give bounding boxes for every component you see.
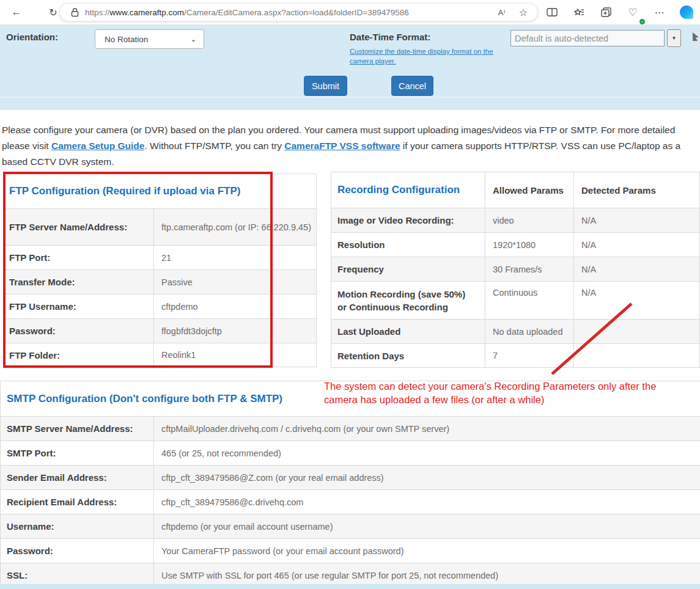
detected-value (573, 344, 699, 367)
annotation-line2: camera has uploaded a few files (or afte… (324, 393, 656, 406)
table-row: Image or Video Recording: video N/A (331, 208, 699, 232)
browser-essentials-icon[interactable]: ♡ ✓ (623, 0, 643, 24)
table-row: SMTP Port: 465 (or 25, not recommended) (1, 441, 700, 465)
row-label-line1: Motion Recording (save 50%) (337, 288, 465, 301)
row-label: FTP Folder: (6, 343, 153, 367)
row-label: Image or Video Recording: (331, 208, 485, 232)
detected-params-header: Detected Params (573, 172, 699, 208)
table-row: Transfer Mode: Passive (6, 269, 316, 294)
intro-line2-mid: . Without FTP/SMTP, you can try (144, 141, 284, 151)
cameraftp-vss-link[interactable]: CameraFTP VSS software (284, 141, 400, 151)
table-row: Frequency 30 Frames/s N/A (331, 257, 699, 281)
refresh-glyph: ↻ (49, 7, 57, 18)
row-value: 21 (153, 246, 316, 269)
cancel-button[interactable]: Cancel (391, 76, 433, 96)
table-row: SMTP Server Name/Address: cftpMailUpload… (1, 416, 700, 441)
browser-toolbar: ← ↻ https://www.cameraftp.com/Camera/Edi… (0, 0, 700, 25)
dropdown-chevron-icon: ▼ (672, 35, 677, 41)
row-label: Username: (1, 514, 153, 538)
table-row: Retention Days 7 (331, 343, 699, 367)
copilot-icon[interactable] (677, 0, 696, 24)
row-label: Retention Days (331, 344, 485, 367)
detected-value: N/A (573, 208, 699, 232)
row-label: Motion Recording (save 50%) or Continuou… (331, 282, 485, 319)
table-row: Motion Recording (save 50%) or Continuou… (331, 281, 699, 319)
next-section-strip (0, 584, 700, 589)
row-value: cftp_cft_389479586@Z.com (or your real e… (153, 466, 700, 489)
recording-configuration-table: Recording Configuration Allowed Params D… (331, 172, 700, 368)
table-row: FTP Username: cftpdemo (6, 294, 316, 318)
url-host: www.cameraftp.com (110, 8, 185, 17)
detected-value: N/A (573, 257, 699, 281)
mouse-cursor (692, 32, 700, 42)
datetime-dropdown-button[interactable]: ▼ (667, 29, 681, 47)
annotation-text: The system can detect your camera's Reco… (324, 379, 656, 406)
url-text: https://www.cameraftp.com/Camera/EditCam… (85, 8, 498, 17)
address-bar[interactable]: https://www.cameraftp.com/Camera/EditCam… (59, 3, 538, 21)
allowed-value: Continuous (485, 282, 573, 319)
row-value: 465 (or 25, not recommended) (153, 441, 700, 465)
customize-link-line2: camera player. (350, 56, 493, 66)
row-label: SMTP Server Name/Address: (1, 417, 153, 441)
collections-icon[interactable] (569, 0, 589, 24)
orientation-select[interactable]: No Rotation ⌄ (95, 29, 204, 49)
table-row: Password: Your CameraFTP password (or yo… (1, 538, 700, 563)
table-row: FTP Folder: Reolink1 (6, 343, 316, 367)
band-divider (0, 97, 700, 98)
copilot-logo (680, 5, 693, 19)
detected-value: N/A (573, 233, 699, 257)
allowed-value: 7 (485, 344, 573, 367)
detected-value (573, 320, 699, 343)
datetime-format-input[interactable] (510, 30, 665, 46)
smtp-configuration-table: SMTP Configuration (Don't configure both… (0, 381, 700, 588)
lock-icon[interactable] (71, 8, 79, 17)
row-value: Reolink1 (153, 343, 316, 367)
intro-line2-pre: please visit (2, 141, 51, 151)
row-value: cftpdemo (or your email account username… (153, 514, 700, 538)
table-row: Sender Email Address: cftp_cft_389479586… (1, 465, 700, 489)
customize-link-line1: Customize the date-time display format o… (350, 46, 493, 56)
camera-settings-band: Orientation: No Rotation ⌄ Date-Time For… (0, 25, 700, 110)
orientation-value: No Rotation (105, 35, 148, 44)
chevron-down-icon: ⌄ (191, 35, 196, 43)
row-label: Password: (6, 319, 153, 343)
back-glyph: ← (12, 6, 22, 18)
submit-button[interactable]: Submit (304, 76, 347, 96)
row-label: Recipient Email Address: (1, 490, 153, 514)
row-label: Password: (1, 539, 153, 563)
row-label: Sender Email Address: (1, 466, 153, 489)
back-icon[interactable]: ← (7, 0, 26, 24)
detected-value: N/A (573, 282, 699, 319)
read-aloud-icon[interactable]: A⁾ (498, 8, 506, 17)
row-label: FTP Username: (6, 294, 153, 318)
intro-line2: please visit Camera Setup Guide. Without… (2, 138, 700, 154)
split-screen-icon[interactable] (542, 0, 562, 24)
row-label: FTP Port: (6, 246, 153, 269)
recording-table-title: Recording Configuration (331, 172, 485, 208)
ftp-configuration-table: FTP Configuration (Required if upload vi… (5, 174, 317, 367)
add-tab-group-icon[interactable] (596, 0, 616, 24)
row-label-line2: or Continuous Recording (337, 301, 465, 313)
settings-menu-icon[interactable]: ⋯ (650, 0, 669, 24)
customize-datetime-link[interactable]: Customize the date-time display format o… (350, 46, 493, 66)
allowed-value: 1920*1080 (485, 233, 573, 257)
table-row: Recipient Email Address: cftp_cft_389479… (1, 489, 700, 514)
row-value: cftpdemo (153, 294, 316, 318)
favorite-star-icon[interactable]: ☆ (519, 7, 528, 18)
row-label: SMTP Port: (1, 441, 153, 465)
url-path: /Camera/EditCamera.aspx?action=load&fold… (184, 8, 409, 17)
row-value: ffogbfdt3dojcftp (153, 319, 316, 343)
row-value: ftp.cameraftp.com (or IP: 66.220.9.45) (161, 221, 316, 233)
table-row: FTP Server Name/Address: ftp.cameraftp.c… (6, 208, 316, 245)
intro-line1: Please configure your camera (or DVR) ba… (2, 122, 700, 138)
row-value: Your CameraFTP password (or your email a… (153, 539, 700, 563)
row-label: Last Uploaded (331, 320, 485, 343)
allowed-params-header: Allowed Params (485, 172, 573, 208)
annotation-line1: The system can detect your camera's Reco… (324, 379, 656, 393)
row-value: Passive (153, 270, 316, 294)
row-value: cftp_cft_389479586@c.drivehq.com (153, 490, 700, 514)
recording-header-row: Recording Configuration Allowed Params D… (331, 172, 699, 208)
camera-setup-guide-link[interactable]: Camera Setup Guide (51, 141, 144, 151)
table-row: Last Uploaded No data uploaded (331, 319, 699, 343)
url-scheme: https:// (85, 8, 110, 17)
